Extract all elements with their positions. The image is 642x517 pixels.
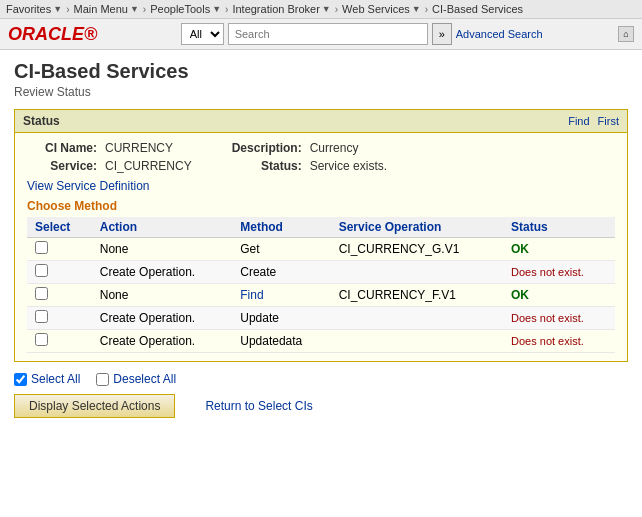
row-method: Updatedata [232, 330, 330, 353]
col-service-operation: Service Operation [331, 217, 503, 238]
select-all-checkbox[interactable] [14, 373, 27, 386]
favorites-chevron: ▼ [53, 4, 62, 14]
select-all-label[interactable]: Select All [31, 372, 80, 386]
row-method: Get [232, 238, 330, 261]
search-input[interactable] [228, 23, 428, 45]
page-content: CI-Based Services Review Status Status F… [0, 50, 642, 428]
deselect-all-checkbox[interactable] [96, 373, 109, 386]
choose-method-section: Choose Method Select Action Method Servi… [27, 199, 615, 353]
status-header-links: Find First [568, 115, 619, 127]
integrationbroker-chevron: ▼ [322, 4, 331, 14]
service-value: CI_CURRENCY [105, 159, 192, 173]
webservices-chevron: ▼ [412, 4, 421, 14]
sep2: › [143, 4, 146, 15]
bottom-buttons: Display Selected Actions Return to Selec… [14, 394, 628, 418]
integrationbroker-menu[interactable]: Integration Broker ▼ [232, 3, 330, 15]
table-row: NoneGetCI_CURRENCY_G.V1OK [27, 238, 615, 261]
right-field-group: Description: Currency Status: Service ex… [232, 141, 387, 173]
mainmenu-chevron: ▼ [130, 4, 139, 14]
row-service-operation [331, 307, 503, 330]
peopletools-menu[interactable]: PeopleTools ▼ [150, 3, 221, 15]
oracle-logo: ORACLE® [8, 24, 97, 45]
ci-name-label: CI Name: [27, 141, 97, 155]
table-row: Create Operation.UpdatedataDoes not exis… [27, 330, 615, 353]
description-label: Description: [232, 141, 302, 155]
search-area: All » Advanced Search [113, 23, 610, 45]
description-row: Description: Currency [232, 141, 387, 155]
col-select: Select [27, 217, 92, 238]
row-status: Does not exist. [503, 330, 615, 353]
table-row: Create Operation.CreateDoes not exist. [27, 261, 615, 284]
ci-name-value: CURRENCY [105, 141, 173, 155]
view-service-definition-link[interactable]: View Service Definition [27, 179, 615, 193]
choose-method-title: Choose Method [27, 199, 615, 213]
row-service-operation: CI_CURRENCY_F.V1 [331, 284, 503, 307]
row-action: Create Operation. [92, 330, 232, 353]
status-label: Status: [232, 159, 302, 173]
row-status: Does not exist. [503, 261, 615, 284]
header-bar: ORACLE® All » Advanced Search ⌂ [0, 19, 642, 50]
sep3: › [225, 4, 228, 15]
row-action: None [92, 284, 232, 307]
row-status: OK [503, 238, 615, 261]
top-nav: Favorites ▼ › Main Menu ▼ › PeopleTools … [0, 0, 642, 19]
row-select-checkbox[interactable] [35, 241, 48, 254]
page-title: CI-Based Services [14, 60, 628, 83]
col-method: Method [232, 217, 330, 238]
page-subtitle: Review Status [14, 85, 628, 99]
search-scope-select[interactable]: All [181, 23, 224, 45]
row-action: Create Operation. [92, 307, 232, 330]
row-method: Create [232, 261, 330, 284]
search-go-button[interactable]: » [432, 23, 452, 45]
webservices-menu[interactable]: Web Services ▼ [342, 3, 421, 15]
sep5: › [425, 4, 428, 15]
favorites-label: Favorites [6, 3, 51, 15]
row-method[interactable]: Find [232, 284, 330, 307]
row-select-checkbox[interactable] [35, 333, 48, 346]
row-select-checkbox[interactable] [35, 264, 48, 277]
display-selected-actions-button[interactable]: Display Selected Actions [14, 394, 175, 418]
row-status: OK [503, 284, 615, 307]
status-value: Service exists. [310, 159, 387, 173]
row-action: Create Operation. [92, 261, 232, 284]
status-body: CI Name: CURRENCY Service: CI_CURRENCY D… [15, 133, 627, 361]
row-service-operation: CI_CURRENCY_G.V1 [331, 238, 503, 261]
select-all-group: Select All [14, 372, 80, 386]
ci-name-row: CI Name: CURRENCY [27, 141, 192, 155]
advanced-search-link[interactable]: Advanced Search [456, 28, 543, 40]
sep1: › [66, 4, 69, 15]
return-to-select-cis-link[interactable]: Return to Select CIs [205, 399, 312, 413]
left-field-group: CI Name: CURRENCY Service: CI_CURRENCY [27, 141, 192, 173]
home-icon[interactable]: ⌂ [618, 26, 634, 42]
bottom-controls: Select All Deselect All [14, 372, 628, 386]
webservices-label: Web Services [342, 3, 410, 15]
status-section-title: Status [23, 114, 60, 128]
find-link[interactable]: Find [568, 115, 589, 127]
row-select-checkbox[interactable] [35, 287, 48, 300]
table-header-row: Select Action Method Service Operation S… [27, 217, 615, 238]
row-status: Does not exist. [503, 307, 615, 330]
row-method: Update [232, 307, 330, 330]
service-row: Service: CI_CURRENCY [27, 159, 192, 173]
row-service-operation [331, 330, 503, 353]
mainmenu-label: Main Menu [74, 3, 128, 15]
first-link[interactable]: First [598, 115, 619, 127]
favorites-menu[interactable]: Favorites ▼ [6, 3, 62, 15]
cibasedservices-item[interactable]: CI-Based Services [432, 3, 523, 15]
row-service-operation [331, 261, 503, 284]
row-action: None [92, 238, 232, 261]
description-value: Currency [310, 141, 359, 155]
table-row: Create Operation.UpdateDoes not exist. [27, 307, 615, 330]
cibasedservices-label: CI-Based Services [432, 3, 523, 15]
integrationbroker-label: Integration Broker [232, 3, 319, 15]
status-fields: CI Name: CURRENCY Service: CI_CURRENCY D… [27, 141, 615, 173]
peopletools-chevron: ▼ [212, 4, 221, 14]
col-status: Status [503, 217, 615, 238]
row-select-checkbox[interactable] [35, 310, 48, 323]
status-row: Status: Service exists. [232, 159, 387, 173]
mainmenu-menu[interactable]: Main Menu ▼ [74, 3, 139, 15]
deselect-all-group: Deselect All [96, 372, 176, 386]
status-section: Status Find First CI Name: CURRENCY Serv… [14, 109, 628, 362]
deselect-all-label[interactable]: Deselect All [113, 372, 176, 386]
col-action: Action [92, 217, 232, 238]
